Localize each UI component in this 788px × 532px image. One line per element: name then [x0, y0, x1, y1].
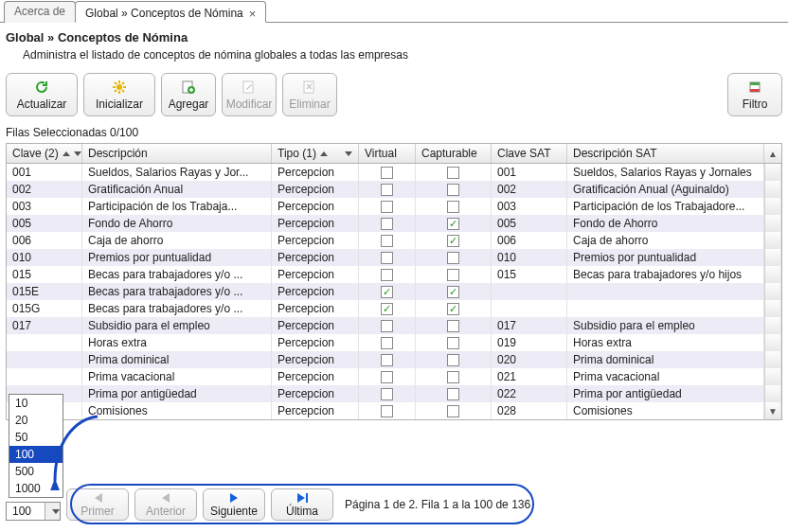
- scrollbar-track[interactable]: [764, 368, 781, 385]
- page-size-option[interactable]: 10: [9, 395, 63, 412]
- checkbox[interactable]: ✓: [447, 286, 459, 298]
- col-clave[interactable]: Clave (2): [7, 144, 82, 163]
- checkbox[interactable]: [447, 201, 459, 213]
- tab-global-conceptos[interactable]: Global » Conceptos de Nómina ×: [75, 1, 266, 23]
- scrollbar-track[interactable]: [764, 351, 781, 368]
- chevron-down-icon[interactable]: [74, 151, 81, 156]
- table-row[interactable]: 015Becas para trabajadores y/o ...Percep…: [7, 266, 781, 283]
- checkbox[interactable]: [381, 201, 393, 213]
- checkbox[interactable]: [447, 388, 459, 400]
- checkbox[interactable]: [447, 252, 459, 264]
- col-capturable[interactable]: Capturable: [416, 144, 492, 163]
- first-page-button[interactable]: Primer: [66, 488, 129, 521]
- checkbox[interactable]: [381, 388, 393, 400]
- scrollbar-track[interactable]: [764, 317, 781, 334]
- scrollbar-track[interactable]: ▼: [764, 402, 781, 419]
- checkbox[interactable]: ✓: [447, 235, 459, 247]
- page-size-option[interactable]: 20: [9, 412, 63, 429]
- checkbox[interactable]: [381, 405, 393, 417]
- col-tipo[interactable]: Tipo (1): [272, 144, 359, 163]
- scrollbar-track[interactable]: [764, 164, 781, 181]
- checkbox[interactable]: [381, 218, 393, 230]
- checkbox[interactable]: [381, 337, 393, 349]
- scrollbar-track[interactable]: [764, 249, 781, 266]
- filter-button[interactable]: Filtro: [727, 73, 782, 116]
- tab-acerca-de[interactable]: Acerca de: [4, 1, 76, 23]
- page-size-option[interactable]: 500: [9, 463, 63, 480]
- table-row[interactable]: 002Gratificación AnualPercepcion002Grati…: [7, 181, 781, 198]
- checkbox[interactable]: [447, 337, 459, 349]
- checkbox[interactable]: [447, 371, 459, 383]
- scrollbar-track[interactable]: [764, 232, 781, 249]
- table-row[interactable]: Prima dominicalPercepcion020Prima domini…: [7, 351, 781, 368]
- page-size-select[interactable]: 100: [6, 502, 61, 521]
- checkbox[interactable]: [381, 269, 393, 281]
- page-size-option[interactable]: 1000: [9, 480, 63, 497]
- refresh-button[interactable]: Actualizar: [6, 73, 78, 116]
- table-row[interactable]: Prima vacacionalPercepcion021Prima vacac…: [7, 368, 781, 385]
- checkbox[interactable]: ✓: [447, 218, 459, 230]
- scrollbar-track[interactable]: [764, 198, 781, 215]
- checkbox[interactable]: [381, 235, 393, 247]
- checkbox[interactable]: [447, 167, 459, 179]
- checkbox[interactable]: ✓: [381, 303, 393, 315]
- table-cell: Subsidio para el empleo: [567, 317, 764, 334]
- checkbox[interactable]: [447, 269, 459, 281]
- checkbox[interactable]: [381, 184, 393, 196]
- last-page-button[interactable]: Última: [271, 488, 333, 521]
- col-descripcion-sat[interactable]: Descripción SAT: [567, 144, 764, 163]
- checkbox[interactable]: [447, 320, 459, 332]
- modify-button[interactable]: Modificar: [222, 73, 277, 116]
- checkbox[interactable]: [381, 354, 393, 366]
- table-cell: Becas para trabajadores y/o ...: [82, 266, 272, 283]
- col-clave-sat[interactable]: Clave SAT: [492, 144, 567, 163]
- scrollbar-track[interactable]: [764, 181, 781, 198]
- table-row[interactable]: Prima por antigüedadPercepcion022Prima p…: [7, 385, 781, 402]
- table-cell: [416, 181, 492, 198]
- scrollbar-track[interactable]: [764, 300, 781, 317]
- delete-button[interactable]: Eliminar: [282, 73, 337, 116]
- col-descripcion[interactable]: Descripción: [82, 144, 272, 163]
- table-row[interactable]: 006Caja de ahorroPercepcion✓006Caja de a…: [7, 232, 781, 249]
- table-cell: Percepcion: [272, 266, 359, 283]
- checkbox[interactable]: [381, 371, 393, 383]
- checkbox[interactable]: ✓: [381, 286, 393, 298]
- table-cell: [359, 215, 416, 232]
- checkbox[interactable]: [447, 405, 459, 417]
- table-row[interactable]: 005Fondo de AhorroPercepcion✓005Fondo de…: [7, 215, 781, 232]
- table-row[interactable]: 017Subsidio para el empleoPercepcion017S…: [7, 317, 781, 334]
- checkbox[interactable]: ✓: [447, 303, 459, 315]
- scrollbar-track[interactable]: [764, 266, 781, 283]
- close-icon[interactable]: ×: [249, 7, 257, 21]
- page-size-dropdown[interactable]: 1020501005001000: [9, 394, 63, 498]
- scrollbar-track[interactable]: [764, 215, 781, 232]
- checkbox[interactable]: [381, 167, 393, 179]
- scrollbar-track[interactable]: [764, 385, 781, 402]
- table-row[interactable]: 003Participación de los Trabaja...Percep…: [7, 198, 781, 215]
- table-row[interactable]: 010Premios por puntualidadPercepcion010P…: [7, 249, 781, 266]
- next-page-button[interactable]: Siguiente: [203, 488, 265, 521]
- scroll-up[interactable]: ▲: [764, 144, 781, 163]
- table-cell: Prima dominical: [82, 351, 272, 368]
- table-cell: Percepcion: [272, 283, 359, 300]
- scrollbar-track[interactable]: [764, 334, 781, 351]
- checkbox[interactable]: [447, 184, 459, 196]
- checkbox[interactable]: [381, 252, 393, 264]
- checkbox[interactable]: [381, 320, 393, 332]
- table-row[interactable]: 001Sueldos, Salarios Rayas y Jor...Perce…: [7, 164, 781, 181]
- add-button[interactable]: Agregar: [161, 73, 216, 116]
- table-row[interactable]: 015GBecas para trabajadores y/o ...Perce…: [7, 300, 781, 317]
- table-row[interactable]: Horas extraPercepcion019Horas extra: [7, 334, 781, 351]
- scrollbar-track[interactable]: [764, 283, 781, 300]
- page-size-option[interactable]: 50: [9, 429, 63, 446]
- prev-page-button[interactable]: Anterior: [134, 488, 197, 521]
- table-row[interactable]: 015EBecas para trabajadores y/o ...Perce…: [7, 283, 781, 300]
- checkbox[interactable]: [447, 354, 459, 366]
- chevron-down-icon[interactable]: [345, 151, 352, 156]
- chevron-down-icon[interactable]: [45, 503, 60, 520]
- col-virtual[interactable]: Virtual: [359, 144, 416, 163]
- page-size-option[interactable]: 100: [9, 446, 63, 463]
- table-cell: Percepcion: [272, 368, 359, 385]
- initialize-button[interactable]: Inicializar: [83, 73, 155, 116]
- table-row[interactable]: ComisionesPercepcion028Comisiones▼: [7, 402, 781, 419]
